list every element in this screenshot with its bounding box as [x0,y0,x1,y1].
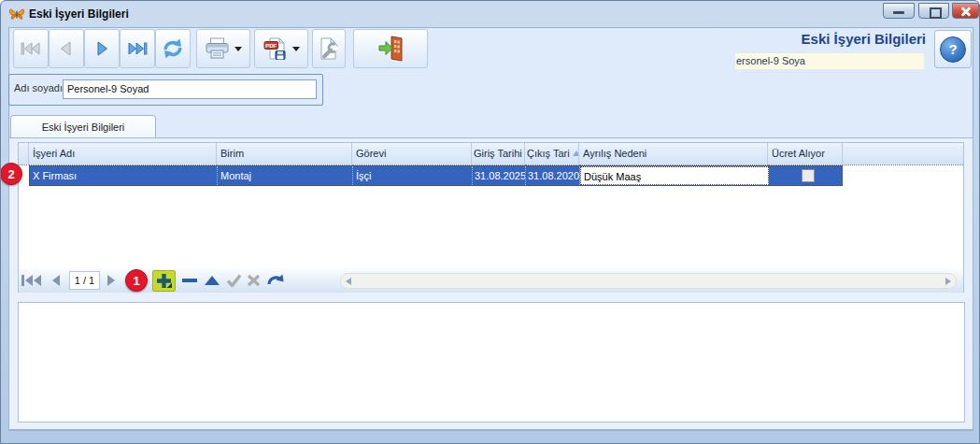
question-icon: ? [940,36,966,63]
cell-gorevi[interactable]: İşçi [353,166,473,185]
next-record-button[interactable] [84,29,120,68]
column-header-giris-tarihi[interactable]: Giriş Tarihi [472,143,525,165]
cell-cikis-tarihi[interactable]: 31.08.2020 [526,166,580,185]
nav-next-button[interactable] [106,274,117,287]
column-header-cikis-tarihi[interactable]: Çıkış Tari [525,143,579,165]
previous-record-icon [58,40,75,57]
horizontal-scrollbar[interactable] [340,273,957,289]
detail-panel [18,302,965,423]
scroll-left-icon[interactable] [346,278,351,285]
cell-ayrilis-nedeni-focused[interactable]: Düşük Maaş [580,166,769,185]
column-header-birim[interactable]: Birim [217,143,352,165]
column-header-gorevi[interactable]: Görevi [352,143,472,165]
help-button[interactable]: ? [934,30,972,68]
print-icon [205,37,230,60]
last-record-icon [126,40,149,57]
nav-previous-button[interactable] [50,274,62,287]
delete-row-button[interactable] [181,278,198,283]
refresh-icon [161,36,185,61]
app-window: Eski İşyeri Bilgileri [0,0,980,444]
row-indicator-header [19,143,29,165]
titlebar: Eski İşyeri Bilgileri [1,1,979,27]
tab-old-workplace-info[interactable]: Eski İşyeri Bilgileri [10,115,156,138]
exit-button[interactable] [353,29,428,68]
wrench-icon [318,37,340,61]
export-pdf-button[interactable]: PDF [254,29,308,68]
column-header-filler [843,143,963,165]
nav-first-button[interactable] [21,274,45,287]
maximize-icon [930,7,942,19]
window-title: Eski İşyeri Bilgileri [29,7,129,21]
butterfly-icon [8,7,25,21]
add-row-button[interactable] [152,270,176,292]
scroll-right-icon[interactable] [945,278,951,285]
column-header-isyeri-adi[interactable]: İşyeri Adı [29,143,217,165]
first-record-icon [20,40,42,57]
next-record-icon [93,40,110,57]
cell-birim[interactable]: Montaj [218,166,353,185]
column-header-ayrilis-nedeni[interactable]: Ayrılış Nedeni [579,143,768,165]
last-record-button[interactable] [120,29,155,68]
old-workplace-grid: İşyeri Adı Birim Görevi Giriş Tarihi Çık… [18,142,964,293]
sort-ascending-icon [573,150,579,156]
name-input[interactable]: Personel-9 Soyad [63,79,317,99]
previous-record-button[interactable] [49,29,84,68]
record-name-field: ersonel-9 Soya [735,53,924,69]
first-record-button[interactable] [13,29,49,68]
print-button[interactable] [196,29,250,68]
refresh-button[interactable] [155,29,191,68]
dropdown-arrow-icon [292,47,300,51]
settings-button[interactable] [312,29,346,68]
cancel-edit-button[interactable] [247,274,261,287]
column-header-ucret-aliyor[interactable]: Ücret Alıyor [768,143,843,165]
grid-navigator: 1 / 1 1 [19,268,963,293]
annotation-badge-2: 2 [0,163,22,185]
edit-row-button[interactable] [204,275,220,286]
svg-text:PDF: PDF [265,41,277,48]
close-button[interactable] [952,3,979,19]
pdf-export-icon: PDF [263,37,288,61]
maximize-button[interactable] [918,3,949,19]
dropdown-arrow-icon [234,47,242,51]
grid-row-selected[interactable]: X Firması Montaj İşçi 31.08.2025 31.08.2… [29,165,843,186]
minimize-icon [893,11,904,14]
post-edit-button[interactable] [226,274,242,287]
cell-giris-tarihi[interactable]: 31.08.2025 [473,166,526,185]
page-title: Eski İşyeri Bilgileri [599,31,926,47]
minimize-button[interactable] [883,3,915,19]
annotation-badge-1: 1 [125,269,148,292]
cell-isyeri-adi[interactable]: X Firması [30,166,218,185]
plus-icon [155,272,173,290]
page-indicator: 1 / 1 [69,271,100,290]
ucret-aliyor-checkbox[interactable] [802,169,815,182]
exit-door-icon [378,36,404,62]
name-label: Adı soyadı [14,82,63,93]
refresh-data-button[interactable] [266,273,285,287]
cell-ucret-aliyor[interactable] [769,166,844,185]
